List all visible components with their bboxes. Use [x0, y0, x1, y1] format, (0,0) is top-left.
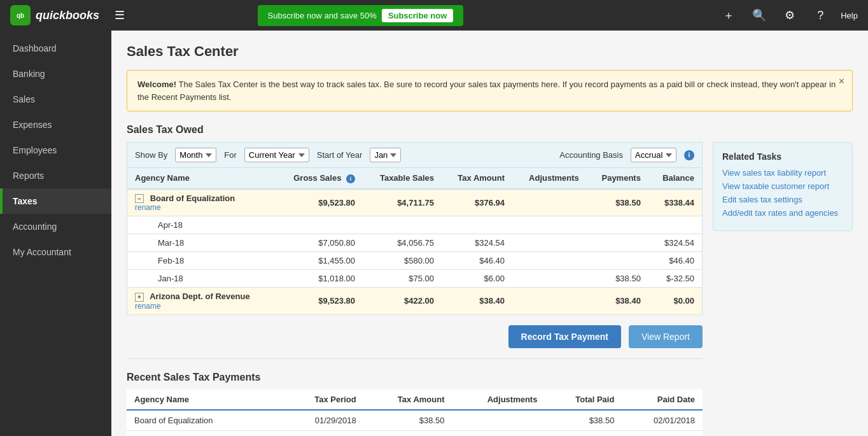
sales-tax-owed-table: Agency Name Gross Sales i Taxable Sales …: [127, 167, 703, 315]
boe-sub-row-mar: Mar-18 $7,050.80 $4,056.75 $324.54 $324.…: [127, 234, 703, 252]
sidebar-item-accounting[interactable]: Accounting: [0, 214, 111, 239]
az-rename-link[interactable]: rename: [135, 302, 268, 311]
accounting-basis-info-icon[interactable]: i: [684, 150, 694, 160]
welcome-message: The Sales Tax Center is the best way to …: [137, 80, 836, 102]
sidebar-item-employees[interactable]: Employees: [0, 137, 111, 163]
az-payments: $38.40: [587, 288, 648, 315]
az-balance: $0.00: [648, 288, 703, 315]
accrual-select[interactable]: Accrual: [631, 148, 676, 162]
boe-sub-row-apr: Apr-18: [127, 216, 703, 234]
boe-apr-period: Apr-18: [127, 216, 276, 234]
content-with-sidebar: Show By Month For Current Year Start of …: [127, 142, 853, 436]
jan-select[interactable]: Jan: [370, 148, 401, 162]
recent-row2-tax-amount: $38.40: [364, 430, 452, 436]
view-report-button[interactable]: View Report: [629, 325, 703, 348]
boe-taxable-sales: $4,711.75: [363, 189, 442, 216]
add-button[interactable]: ＋: [718, 5, 739, 25]
recent-row2-agency: Arizona Dept. of Revenue: [127, 430, 283, 436]
agency-row-boe: − Board of Equalization rename $9,523.80…: [127, 189, 703, 216]
sidebar-item-banking[interactable]: Banking: [0, 61, 111, 87]
top-navigation: qb quickbooks ☰ Subscribe now and save 5…: [0, 0, 868, 31]
show-by-select[interactable]: Month: [175, 148, 216, 162]
logo-text: quickbooks: [36, 9, 99, 22]
gross-sales-info-icon[interactable]: i: [346, 174, 355, 183]
boe-sub-row-jan: Jan-18 $1,018.00 $75.00 $6.00 $38.50 $-3…: [127, 270, 703, 288]
main-content: Show By Month For Current Year Start of …: [127, 142, 703, 436]
boe-balance: $338.44: [648, 189, 703, 216]
current-year-select[interactable]: Current Year: [244, 148, 309, 162]
welcome-banner: × Welcome! The Sales Tax Center is the b…: [127, 70, 853, 111]
svg-text:qb: qb: [17, 12, 24, 19]
for-label: For: [224, 150, 237, 160]
boe-rename-link[interactable]: rename: [135, 203, 268, 212]
az-tax-amount: $38.40: [442, 288, 512, 315]
boe-mar-period: Mar-18: [127, 234, 276, 252]
related-link-3[interactable]: Edit sales tax settings: [722, 195, 843, 204]
recent-row1-adjustments: [452, 410, 545, 431]
recent-row2-total-paid: $38.40: [545, 430, 622, 436]
show-by-label: Show By: [135, 150, 167, 160]
search-button[interactable]: 🔍: [749, 5, 769, 25]
subscribe-now-button[interactable]: Subscribe now: [382, 9, 453, 22]
recent-col-tax-amount: Tax Amount: [364, 390, 452, 410]
help-button[interactable]: Help: [841, 11, 858, 20]
start-of-year-label: Start of Year: [317, 150, 363, 160]
record-tax-payment-button[interactable]: Record Tax Payment: [508, 325, 621, 348]
az-expand-button[interactable]: +: [135, 293, 144, 302]
recent-row1-tax-amount: $38.50: [364, 410, 452, 431]
recent-row1-period: 01/29/2018: [283, 410, 364, 431]
recent-row1-paid-date: 02/01/2018: [622, 410, 703, 431]
sales-tax-owed-title: Sales Tax Owed: [127, 124, 853, 136]
sidebar-item-sales[interactable]: Sales: [0, 87, 111, 112]
col-balance: Balance: [648, 168, 703, 189]
related-link-1[interactable]: View sales tax liability report: [722, 168, 843, 178]
boe-expand-button[interactable]: −: [135, 194, 144, 203]
sidebar-item-taxes[interactable]: Taxes: [0, 188, 111, 214]
sidebar-item-accountant[interactable]: My Accountant: [0, 239, 111, 265]
az-name-cell: + Arizona Dept. of Revenue rename: [127, 288, 276, 315]
welcome-banner-close-button[interactable]: ×: [839, 76, 844, 87]
col-adjustments: Adjustments: [512, 168, 587, 189]
agency-row-az: + Arizona Dept. of Revenue rename $9,523…: [127, 288, 703, 315]
az-adjustments: [512, 288, 587, 315]
filter-row: Show By Month For Current Year Start of …: [127, 142, 703, 167]
boe-sub-row-feb: Feb-18 $1,455.00 $580.00 $46.40 $46.40: [127, 252, 703, 270]
col-payments: Payments: [587, 168, 648, 189]
help-icon-button[interactable]: ?: [810, 5, 830, 25]
settings-button[interactable]: ⚙: [780, 5, 800, 25]
recent-col-paid-date: Paid Date: [622, 390, 703, 410]
related-link-4[interactable]: Add/edit tax rates and agencies: [722, 208, 843, 218]
related-tasks-panel: Related Tasks View sales tax liability r…: [713, 142, 853, 231]
welcome-bold: Welcome!: [137, 80, 176, 89]
promo-text: Subscribe now and save 50%: [268, 11, 377, 20]
recent-row2-period: 01/29/2018: [283, 430, 364, 436]
recent-col-adjustments: Adjustments: [452, 390, 545, 410]
boe-payments: $38.50: [587, 189, 648, 216]
sidebar-item-expenses[interactable]: Expenses: [0, 112, 111, 137]
az-taxable-sales: $422.00: [363, 288, 442, 315]
nav-icons: ＋ 🔍 ⚙ ? Help: [718, 5, 858, 25]
logo-area: qb quickbooks: [10, 5, 99, 25]
boe-gross-sales: $9,523.80: [276, 189, 363, 216]
recent-row2-adjustments: [452, 430, 545, 436]
col-gross-sales: Gross Sales i: [276, 168, 363, 189]
boe-feb-period: Feb-18: [127, 252, 276, 270]
recent-row2-paid-date: 02/01/2018: [622, 430, 703, 436]
recent-payments-table: Agency Name Tax Period Tax Amount Adjust…: [127, 390, 703, 436]
recent-col-period: Tax Period: [283, 390, 364, 410]
col-taxable-sales: Taxable Sales: [363, 168, 442, 189]
sidebar-item-dashboard[interactable]: Dashboard: [0, 36, 111, 61]
recent-col-agency: Agency Name: [127, 390, 283, 410]
az-gross-sales: $9,523.80: [276, 288, 363, 315]
recent-row1-total-paid: $38.50: [545, 410, 622, 431]
boe-name-cell: − Board of Equalization rename: [127, 189, 276, 216]
sidebar-item-reports[interactable]: Reports: [0, 163, 111, 188]
accounting-basis-label: Accounting Basis: [559, 150, 623, 160]
main-layout: Dashboard Banking Sales Expenses Employe…: [0, 31, 868, 436]
hamburger-menu-button[interactable]: ☰: [109, 6, 130, 25]
recent-payments-title: Recent Sales Tax Payments: [127, 372, 703, 383]
boe-adjustments: [512, 189, 587, 216]
boe-jan-period: Jan-18: [127, 270, 276, 288]
promo-banner: Subscribe now and save 50% Subscribe now: [258, 5, 464, 26]
related-link-2[interactable]: View taxable customer report: [722, 181, 843, 191]
